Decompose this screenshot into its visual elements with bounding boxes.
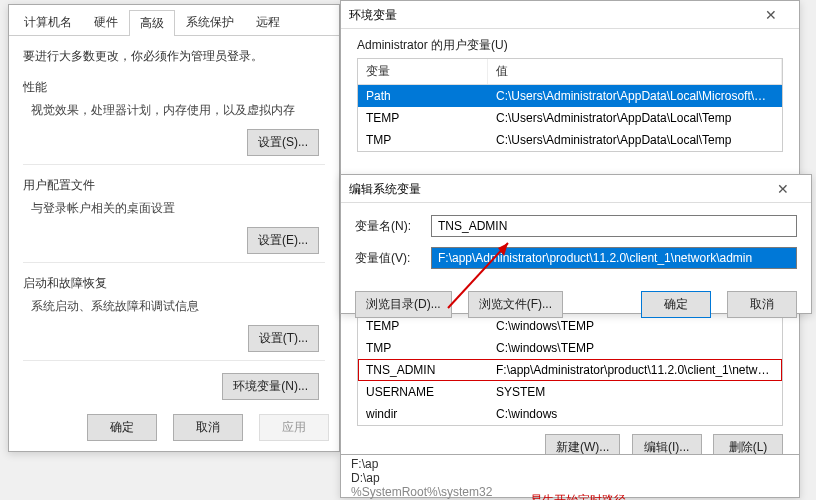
cell-var: TMP	[358, 131, 488, 149]
cell-val: C:\Users\Administrator\AppData\Local\Tem…	[488, 131, 782, 149]
editdlg-body: 变量名(N): 变量值(V):	[341, 203, 811, 291]
envvars-close-icon[interactable]: ✕	[751, 1, 791, 29]
user-vars-table[interactable]: 变量 值 PathC:\Users\Administrator\AppData\…	[357, 58, 783, 152]
table-row[interactable]: TEMPC:\Users\Administrator\AppData\Local…	[358, 107, 782, 129]
user-profiles-desc: 与登录帐户相关的桌面设置	[31, 200, 325, 217]
sysprops-footer: 确定 取消 应用	[87, 414, 329, 441]
cell-val: C:\Users\Administrator\AppData\Local\Tem…	[488, 109, 782, 127]
admin-note: 要进行大多数更改，你必须作为管理员登录。	[23, 48, 325, 65]
cell-var: Path	[358, 87, 488, 105]
startup-recovery-title: 启动和故障恢复	[23, 275, 325, 292]
cell-var: windir	[358, 405, 488, 423]
sysprops-ok-button[interactable]: 确定	[87, 414, 157, 441]
table-row[interactable]: windirC:\windows	[358, 403, 782, 425]
user-vars-header: 变量 值	[358, 59, 782, 85]
table-row[interactable]: PathC:\Users\Administrator\AppData\Local…	[358, 85, 782, 107]
cell-var: USERNAME	[358, 383, 488, 401]
envvars-titlebar: 环境变量 ✕	[341, 1, 799, 29]
editdlg-title: 编辑系统变量	[349, 175, 421, 203]
envvars-title: 环境变量	[349, 1, 397, 29]
performance-group: 性能 视觉效果，处理器计划，内存使用，以及虚拟内存 设置(S)...	[23, 79, 325, 165]
browse-file-button[interactable]: 浏览文件(F)...	[468, 291, 563, 318]
editdlg-titlebar: 编辑系统变量 ✕	[341, 175, 811, 203]
hdr-variable: 变量	[358, 59, 488, 84]
startup-recovery-group: 启动和故障恢复 系统启动、系统故障和调试信息 设置(T)...	[23, 275, 325, 361]
var-value-label: 变量值(V):	[355, 250, 431, 267]
editdlg-cancel-button[interactable]: 取消	[727, 291, 797, 318]
tab-advanced[interactable]: 高级	[129, 10, 175, 36]
path-line-1: F:\ap	[351, 457, 789, 471]
var-name-label: 变量名(N):	[355, 218, 431, 235]
performance-title: 性能	[23, 79, 325, 96]
cell-val: C:\windows	[488, 405, 782, 423]
table-row[interactable]: TNS_ADMINF:\app\Administrator\product\11…	[358, 359, 782, 381]
startup-recovery-desc: 系统启动、系统故障和调试信息	[31, 298, 325, 315]
tab-computer-name[interactable]: 计算机名	[13, 9, 83, 35]
editdlg-ok-button[interactable]: 确定	[641, 291, 711, 318]
tab-remote[interactable]: 远程	[245, 9, 291, 35]
cell-var: TNS_ADMIN	[358, 361, 488, 379]
system-properties-window: 计算机名 硬件 高级 系统保护 远程 要进行大多数更改，你必须作为管理员登录。 …	[8, 4, 340, 452]
user-vars-label: Administrator 的用户变量(U)	[341, 29, 799, 58]
cell-var: TEMP	[358, 109, 488, 127]
editdlg-buttons: 浏览目录(D)... 浏览文件(F)... 确定 取消	[341, 291, 811, 328]
performance-desc: 视觉效果，处理器计划，内存使用，以及虚拟内存	[31, 102, 325, 119]
tab-hardware[interactable]: 硬件	[83, 9, 129, 35]
cell-val: SYSTEM	[488, 383, 782, 401]
table-row[interactable]: USERNAMESYSTEM	[358, 381, 782, 403]
cell-val: C:\Users\Administrator\AppData\Local\Mic…	[488, 87, 782, 105]
cell-val: F:\app\Administrator\product\11.2.0\clie…	[488, 361, 782, 379]
sysprops-cancel-button[interactable]: 取消	[173, 414, 243, 441]
sysprops-body: 要进行大多数更改，你必须作为管理员登录。 性能 视觉效果，处理器计划，内存使用，…	[9, 36, 339, 412]
user-profiles-settings-button[interactable]: 设置(E)...	[247, 227, 319, 254]
environment-variables-button[interactable]: 环境变量(N)...	[222, 373, 319, 400]
editdlg-close-icon[interactable]: ✕	[763, 175, 803, 203]
table-row[interactable]: TMPC:\Users\Administrator\AppData\Local\…	[358, 129, 782, 151]
startup-recovery-settings-button[interactable]: 设置(T)...	[248, 325, 319, 352]
edit-system-variable-dialog: 编辑系统变量 ✕ 变量名(N): 变量值(V): 浏览目录(D)... 浏览文件…	[340, 174, 812, 314]
annotation-text: 易生开始宝时路径	[530, 492, 626, 500]
cell-val: C:\windows\TEMP	[488, 339, 782, 357]
sysprops-apply-button[interactable]: 应用	[259, 414, 329, 441]
var-value-input[interactable]	[431, 247, 797, 269]
system-vars-table[interactable]: TEMPC:\windows\TEMPTMPC:\windows\TEMPTNS…	[357, 315, 783, 426]
cell-var: TMP	[358, 339, 488, 357]
sysprops-tabs: 计算机名 硬件 高级 系统保护 远程	[9, 5, 339, 36]
user-profiles-group: 用户配置文件 与登录帐户相关的桌面设置 设置(E)...	[23, 177, 325, 263]
path-line-2: D:\ap	[351, 471, 789, 485]
system-vars-area: TEMPC:\windows\TEMPTMPC:\windows\TEMPTNS…	[341, 315, 799, 469]
var-name-input[interactable]	[431, 215, 797, 237]
table-row[interactable]: TMPC:\windows\TEMP	[358, 337, 782, 359]
performance-settings-button[interactable]: 设置(S)...	[247, 129, 319, 156]
browse-dir-button[interactable]: 浏览目录(D)...	[355, 291, 452, 318]
tab-system-protection[interactable]: 系统保护	[175, 9, 245, 35]
user-profiles-title: 用户配置文件	[23, 177, 325, 194]
hdr-value: 值	[488, 59, 782, 84]
